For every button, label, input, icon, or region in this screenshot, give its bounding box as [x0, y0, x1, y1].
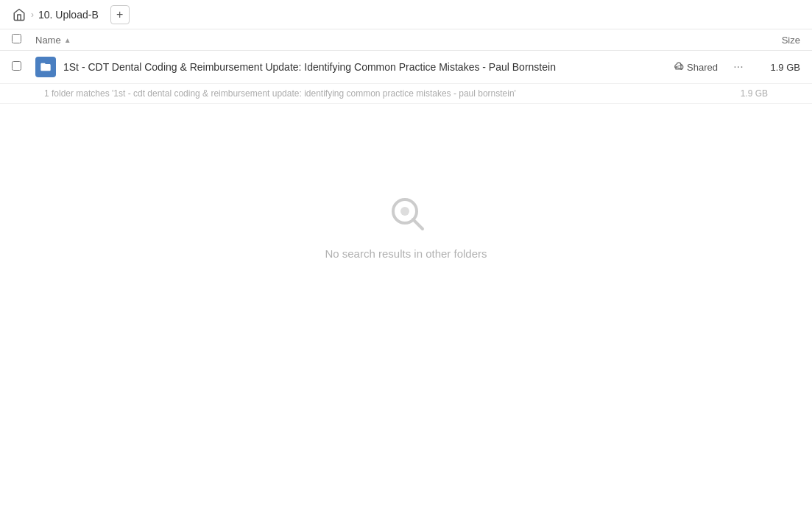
table-row[interactable]: 1St - CDT Dental Coding & Reimbursement … [0, 51, 812, 84]
no-results-text: No search results in other folders [325, 247, 487, 260]
breadcrumb-folder[interactable]: 10. Upload-B [38, 9, 99, 21]
folder-icon [35, 57, 56, 77]
home-icon[interactable] [12, 7, 27, 22]
more-icon: ··· [733, 60, 743, 74]
svg-line-4 [677, 68, 681, 69]
add-button[interactable]: + [110, 5, 130, 24]
header-checkbox[interactable] [12, 34, 35, 46]
shared-badge: Shared [674, 62, 718, 73]
top-bar: › 10. Upload-B + [0, 0, 812, 29]
file-name: 1St - CDT Dental Coding & Reimbursement … [63, 61, 674, 73]
file-size: 1.9 GB [756, 62, 800, 73]
svg-point-0 [680, 64, 682, 66]
breadcrumb: › 10. Upload-B + [12, 5, 130, 24]
svg-point-1 [680, 68, 682, 70]
row-checkbox[interactable] [12, 61, 35, 73]
match-size: 1.9 GB [741, 88, 768, 99]
name-column-header[interactable]: Name ▲ [35, 35, 741, 46]
match-text: 1 folder matches '1st - cdt dental codin… [44, 88, 516, 99]
svg-point-7 [400, 207, 409, 216]
svg-point-2 [675, 66, 677, 68]
select-all-checkbox[interactable] [12, 34, 21, 43]
svg-line-6 [413, 219, 423, 229]
size-column-header[interactable]: Size [741, 35, 800, 46]
breadcrumb-separator: › [31, 10, 34, 20]
no-results-icon [386, 192, 427, 236]
sort-arrow-icon: ▲ [64, 36, 71, 44]
empty-search-state: No search results in other folders [0, 104, 812, 304]
shared-label: Shared [687, 62, 718, 73]
row-select-checkbox[interactable] [12, 61, 21, 71]
column-headers: Name ▲ Size [0, 29, 812, 51]
name-label: Name [35, 35, 61, 46]
svg-line-3 [677, 66, 681, 67]
more-options-button[interactable]: ··· [730, 58, 747, 76]
match-info: 1 folder matches '1st - cdt dental codin… [0, 84, 812, 104]
